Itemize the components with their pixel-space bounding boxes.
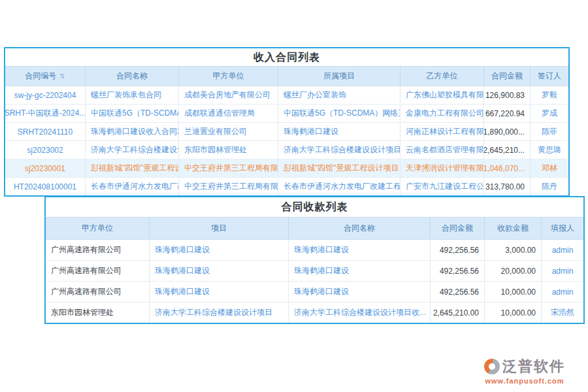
contract-amount-cell: 1,890,000...: [484, 123, 531, 140]
contract-code-cell[interactable]: sw-jy-gc-2202404: [5, 86, 86, 104]
party-b-cell[interactable]: 天津博润设计管理有限...: [400, 159, 484, 177]
signer-cell[interactable]: 邓林: [531, 159, 568, 177]
party-a-cell: 东阳市园林管理处: [46, 302, 150, 323]
contract-code-cell[interactable]: SRHT20241110: [5, 123, 86, 140]
table-row[interactable]: sj20230001 彭祖新城"四馆"景观工程设计... 中交王府井第三工程局有…: [5, 159, 568, 178]
contract-amount-cell: 126,900.83: [484, 86, 531, 104]
receipt-table-body: 广州高速路有限公司 珠海鹤港口建设 珠海鹤港口建设 492,256.56 3,0…: [46, 240, 583, 323]
contract-code-cell[interactable]: sj2023002: [5, 141, 86, 159]
filler-cell[interactable]: 宋浩然: [542, 302, 583, 323]
party-b-cell[interactable]: 金康电力工程有限公司: [400, 105, 484, 122]
income-contract-table-title: 收入合同列表: [5, 48, 568, 66]
party-a-cell[interactable]: 中交王府井第三工程局有限...: [179, 159, 278, 177]
income-table-body: sw-jy-gc-2202404 螺丝厂装饰承包合同 成都美合房地产有限公司 螺…: [5, 86, 568, 195]
contract-amount-cell: 1,046,070...: [484, 159, 531, 177]
received-amount-cell: 20,000.00: [485, 261, 542, 281]
received-amount-cell: 3,000.00: [485, 240, 542, 260]
contract-receipt-panel: 合同收款列表 甲方单位 项目 合同名称 合同金额 收款金额 填报人 广州高速路有…: [44, 196, 585, 324]
contract-code-cell[interactable]: sj20230001: [5, 159, 86, 177]
party-a-cell: 广州高速路有限公司: [46, 240, 150, 260]
table-row[interactable]: sw-jy-gc-2202404 螺丝厂装饰承包合同 成都美合房地产有限公司 螺…: [5, 86, 568, 105]
filler-cell[interactable]: admin: [542, 240, 583, 260]
contract-name-cell[interactable]: 长春市伊通河水力发电厂改...: [86, 178, 179, 195]
vendor-logo: 泛普软件 www.fanpusoft.com: [469, 357, 580, 385]
table-row[interactable]: sj2023002 济南大学工科综合楼建设设... 东阳市园林管理处 济南大学工…: [5, 141, 568, 159]
filler-cell[interactable]: admin: [542, 261, 583, 281]
party-b-cell[interactable]: 云南名都酒店管理有限...: [400, 141, 484, 159]
signer-cell[interactable]: 陈菲: [531, 123, 568, 140]
contract-name-cell[interactable]: 中国联通5G（TD-SCDMA）...: [86, 105, 179, 122]
received-amount-cell: 10,000.00: [485, 302, 542, 323]
receipt-table-title: 合同收款列表: [46, 197, 583, 217]
income-header-amount: 合同金额: [484, 67, 531, 86]
project-cell[interactable]: 珠海鹤港口建设: [150, 261, 289, 281]
contract-name-cell[interactable]: 济南大学工科综合楼建设设计项目收...: [289, 302, 431, 323]
income-header-project: 所属项目: [278, 67, 400, 86]
table-row[interactable]: 广州高速路有限公司 珠海鹤港口建设 珠海鹤港口建设 492,256.56 10,…: [46, 282, 583, 302]
signer-cell[interactable]: 罗毅: [531, 86, 568, 104]
project-cell[interactable]: 珠海鹤港口建设: [278, 123, 400, 140]
sort-icon[interactable]: ⇅: [59, 73, 65, 80]
receipt-header-party-a: 甲方单位: [46, 218, 150, 239]
contract-name-cell[interactable]: 彭祖新城"四馆"景观工程设计...: [86, 159, 179, 177]
table-row[interactable]: 广州高速路有限公司 珠海鹤港口建设 珠海鹤港口建设 492,256.56 3,0…: [46, 240, 583, 261]
party-b-cell[interactable]: 河南正林设计工程有限...: [400, 123, 484, 140]
contract-name-cell[interactable]: 珠海鹤港口建设: [289, 240, 431, 260]
table-row[interactable]: HT202408100001 长春市伊通河水力发电厂改... 中交王府井第三工程…: [5, 178, 568, 195]
received-amount-cell: 10,000.00: [485, 282, 542, 302]
party-a-cell[interactable]: 东阳市园林管理处: [179, 141, 278, 159]
income-table-header-row: 合同编号 ⇅ 合同名称 甲方单位 所属项目 乙方单位 合同金额 签订人: [5, 66, 568, 86]
contract-code-cell[interactable]: HT202408100001: [5, 178, 86, 195]
income-contract-panel: 收入合同列表 合同编号 ⇅ 合同名称 甲方单位 所属项目 乙方单位 合同金额 签…: [4, 47, 570, 197]
table-row[interactable]: 广州高速路有限公司 珠海鹤港口建设 珠海鹤港口建设 492,256.56 20,…: [46, 261, 583, 282]
contract-code-cell[interactable]: SRHT-中国联通-2024...: [5, 105, 86, 122]
project-cell[interactable]: 珠海鹤港口建设: [150, 240, 289, 260]
contract-name-cell[interactable]: 珠海鹤港口建设: [289, 282, 431, 302]
contract-amount-cell: 313,780.00: [484, 178, 531, 195]
party-b-cell[interactable]: 广安市九江建设工程公司: [400, 178, 484, 195]
project-cell[interactable]: 济南大学工科综合楼建设设计项目: [278, 141, 400, 159]
filler-cell[interactable]: admin: [542, 282, 583, 302]
contract-name-cell[interactable]: 珠海鹤港口建设收入合同2: [86, 123, 179, 140]
party-a-cell[interactable]: 中交王府井第三工程局有限...: [179, 178, 278, 195]
contract-amount-cell: 492,256.56: [431, 282, 485, 302]
project-cell[interactable]: 彭祖新城"四馆"景观工程设计项目: [278, 159, 400, 177]
project-cell[interactable]: 螺丝厂办公室装饰: [278, 86, 400, 104]
contract-amount-cell: 667,220.94: [484, 105, 531, 122]
project-cell[interactable]: 珠海鹤港口建设: [150, 282, 289, 302]
party-b-cell[interactable]: 广东佛山塑胶模具有限...: [400, 86, 484, 104]
table-row[interactable]: 东阳市园林管理处 济南大学工科综合楼建设设计项目 济南大学工科综合楼建设设计项目…: [46, 302, 583, 323]
income-header-signer: 签订人: [531, 67, 568, 86]
party-a-cell[interactable]: 兰迪置业有限公司: [179, 123, 278, 140]
signer-cell[interactable]: 罗成: [531, 105, 568, 122]
table-row[interactable]: SRHT-中国联通-2024... 中国联通5G（TD-SCDMA）... 成都…: [5, 105, 568, 123]
table-row[interactable]: SRHT20241110 珠海鹤港口建设收入合同2 兰迪置业有限公司 珠海鹤港口…: [5, 123, 568, 141]
contract-name-cell[interactable]: 济南大学工科综合楼建设设...: [86, 141, 179, 159]
project-cell[interactable]: 济南大学工科综合楼建设设计项目: [150, 302, 289, 323]
receipt-header-project: 项目: [150, 218, 289, 239]
fanpu-logo-icon: [484, 359, 500, 374]
receipt-header-filler: 填报人: [542, 218, 583, 239]
contract-amount-cell: 492,256.56: [431, 240, 485, 260]
contract-name-cell[interactable]: 珠海鹤港口建设: [289, 261, 431, 281]
signer-cell[interactable]: 陈丹: [531, 178, 568, 195]
vendor-brand-name: 泛普软件: [502, 357, 565, 376]
signer-cell[interactable]: 黄思璐: [531, 141, 568, 159]
income-header-contract-name: 合同名称: [86, 67, 179, 86]
project-cell[interactable]: 长春市伊通河水力发电厂改建工程: [278, 178, 400, 195]
receipt-header-amount: 合同金额: [431, 218, 485, 239]
party-a-cell[interactable]: 成都联通通信管理局: [179, 105, 278, 122]
receipt-table-header-row: 甲方单位 项目 合同名称 合同金额 收款金额 填报人: [46, 217, 583, 240]
contract-name-cell[interactable]: 螺丝厂装饰承包合同: [86, 86, 179, 104]
party-a-cell[interactable]: 成都美合房地产有限公司: [179, 86, 278, 104]
receipt-header-contract-name: 合同名称: [289, 218, 431, 239]
income-header-party-b: 乙方单位: [400, 67, 484, 86]
contract-amount-cell: 492,256.56: [431, 261, 485, 281]
contract-amount-cell: 2,645,210.00: [431, 302, 485, 323]
contract-amount-cell: 2,645,210...: [484, 141, 531, 159]
income-header-contract-code[interactable]: 合同编号 ⇅: [5, 67, 86, 86]
project-cell[interactable]: 中国联通5G（TD-SCDMA）网络三...: [278, 105, 400, 122]
party-a-cell: 广州高速路有限公司: [46, 282, 150, 302]
party-a-cell: 广州高速路有限公司: [46, 261, 150, 281]
income-header-party-a: 甲方单位: [179, 67, 278, 86]
